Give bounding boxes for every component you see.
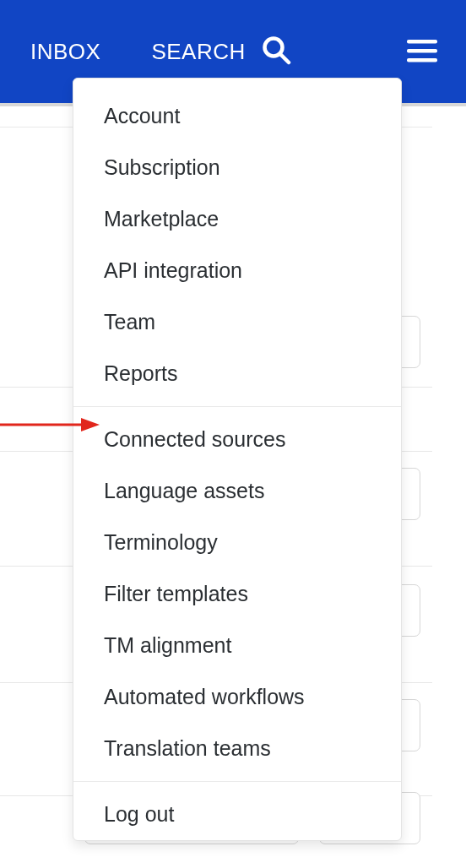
menu-item-team[interactable]: Team <box>73 296 401 348</box>
menu-item-account[interactable]: Account <box>73 79 401 142</box>
account-dropdown-menu: Account Subscription Marketplace API int… <box>73 78 402 841</box>
hamburger-menu-button[interactable] <box>404 33 441 70</box>
search-icon <box>261 35 291 68</box>
menu-item-subscription[interactable]: Subscription <box>73 142 401 193</box>
menu-item-filter-templates[interactable]: Filter templates <box>73 568 401 620</box>
menu-divider <box>73 406 401 407</box>
menu-item-marketplace[interactable]: Marketplace <box>73 193 401 245</box>
menu-item-tm-alignment[interactable]: TM alignment <box>73 620 401 671</box>
search-label: SEARCH <box>151 39 245 65</box>
menu-item-api-integration[interactable]: API integration <box>73 245 401 296</box>
menu-item-terminology[interactable]: Terminology <box>73 517 401 568</box>
menu-item-language-assets[interactable]: Language assets <box>73 465 401 517</box>
menu-divider <box>73 781 401 782</box>
menu-item-log-out[interactable]: Log out <box>73 789 401 840</box>
svg-rect-4 <box>407 58 437 62</box>
svg-rect-3 <box>407 49 437 53</box>
menu-item-translation-teams[interactable]: Translation teams <box>73 723 401 774</box>
tab-inbox[interactable]: INBOX <box>30 39 100 65</box>
menu-item-reports[interactable]: Reports <box>73 348 401 399</box>
svg-line-1 <box>279 54 289 63</box>
menu-item-connected-sources[interactable]: Connected sources <box>73 414 401 465</box>
svg-rect-2 <box>407 40 437 44</box>
menu-item-automated-workflows[interactable]: Automated workflows <box>73 671 401 723</box>
tab-search[interactable]: SEARCH <box>151 35 290 68</box>
